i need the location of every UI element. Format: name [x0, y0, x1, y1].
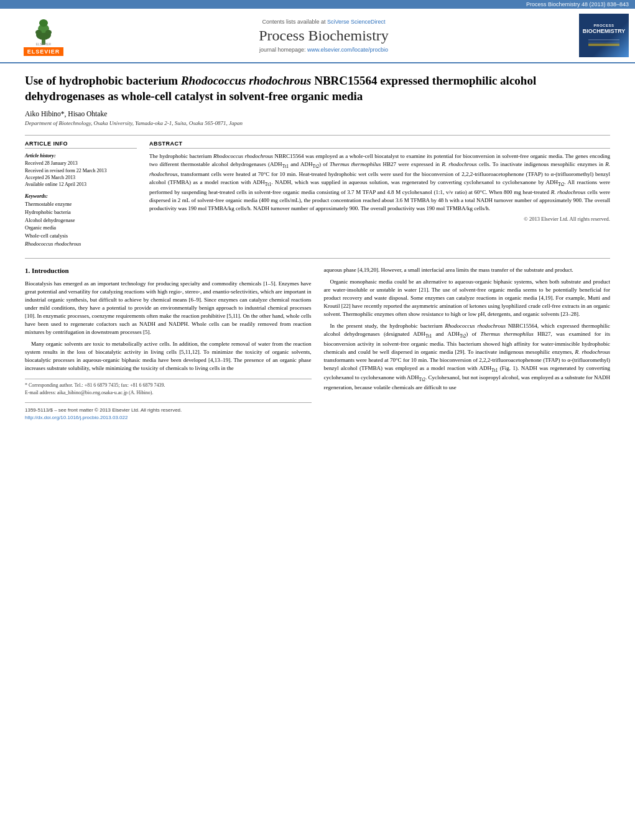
svg-point-3: [39, 19, 48, 27]
proc-biochem-logo: PROCESS BIOCHEMISTRY: [579, 14, 629, 57]
elsevier-label: ELSEVIER: [24, 47, 64, 56]
kw-5: Whole-cell catalysis: [25, 232, 137, 240]
history-label: Article history:: [25, 152, 137, 160]
svg-rect-9: [588, 44, 619, 46]
journal-ref-bar: Process Biochemistry 48 (2013) 838–843: [0, 0, 635, 9]
bottom-bar: 1359-5113/$ – see front matter © 2013 El…: [25, 402, 312, 421]
intro-para-1: Biocatalysis has emerged as an important…: [25, 280, 312, 336]
issn-text: 1359-5113/$ – see front matter © 2013 El…: [25, 407, 312, 414]
article-content: Use of hydrophobic bacterium Rhodococcus…: [0, 63, 635, 431]
journal-ref: Process Biochemistry 48 (2013) 838–843: [526, 1, 629, 7]
svg-point-5: [45, 30, 52, 35]
homepage-link[interactable]: www.elsevier.com/locate/procbio: [307, 47, 388, 53]
authors: Aiko Hibino*, Hisao Ohtake: [25, 110, 610, 118]
copyright: © 2013 Elsevier Ltd. All rights reserved…: [149, 215, 610, 223]
doi-link[interactable]: http://dx.doi.org/10.1016/j.procbio.2013…: [25, 415, 127, 420]
elsevier-logo: ELSEVIER ELSEVIER: [6, 15, 81, 56]
abstract-col: ABSTRACT The hydrophobic bacterium Rhodo…: [149, 141, 610, 247]
kw-1: Thermostable enzyme: [25, 200, 137, 208]
proc-biochem-logo-area: PROCESS BIOCHEMISTRY: [567, 14, 629, 57]
body-col-right: aqueous phase [4,19,20]. However, a smal…: [324, 266, 611, 422]
intro-para-2: Many organic solvents are toxic to metab…: [25, 340, 312, 372]
journal-homepage: journal homepage: www.elsevier.com/locat…: [81, 47, 567, 53]
abstract-text: The hydrophobic bacterium Rhodococcus rh…: [149, 152, 610, 223]
body-col-left: 1. Introduction Biocatalysis has emerged…: [25, 266, 312, 422]
logo-top-text: PROCESS: [594, 24, 614, 27]
kw-6: Rhodococcus rhodochrous: [25, 240, 137, 248]
intro-para-4: Organic monophasic media could be an alt…: [324, 278, 611, 318]
article-history-group: Article history: Received 28 January 201…: [25, 152, 137, 188]
keywords-block: Keywords: Thermostable enzyme Hydrophobi…: [25, 193, 137, 248]
footnote-area: * Corresponding author. Tel.: +81 6 6879…: [25, 379, 312, 396]
article-info-block: Article history: Received 28 January 201…: [25, 152, 137, 188]
keywords-label: Keywords:: [25, 193, 137, 199]
article-title: Use of hydrophobic bacterium Rhodococcus…: [25, 73, 610, 104]
elsevier-logo-area: ELSEVIER ELSEVIER: [6, 15, 81, 56]
intro-para-5: In the present study, the hydrophobic ba…: [324, 322, 611, 392]
intro-para-3: aqueous phase [4,19,20]. However, a smal…: [324, 266, 611, 274]
sciverse-link-text: Contents lists available at SciVerse Sci…: [81, 19, 567, 25]
logo-decoration-icon: [585, 35, 623, 47]
elsevier-tree-icon: ELSEVIER: [25, 15, 62, 46]
svg-text:ELSEVIER: ELSEVIER: [36, 42, 52, 46]
divider-1: [25, 135, 610, 136]
info-abstract-section: ARTICLE INFO Article history: Received 2…: [25, 141, 610, 247]
logo-main-text: BIOCHEMISTRY: [583, 29, 626, 35]
kw-2: Hydrophobic bacteria: [25, 208, 137, 216]
intro-heading: 1. Introduction: [25, 266, 312, 276]
affiliation: Department of Biotechnology, Osaka Unive…: [25, 120, 610, 126]
received-date: Received 28 January 2013: [25, 160, 137, 167]
online-date: Available online 12 April 2013: [25, 181, 137, 188]
kw-4: Organic media: [25, 224, 137, 232]
body-two-col: 1. Introduction Biocatalysis has emerged…: [25, 266, 610, 422]
kw-3: Alcohol dehydrogenase: [25, 216, 137, 224]
corresponding-author-note: * Corresponding author. Tel.: +81 6 6879…: [25, 382, 312, 389]
email-note: E-mail address: aika_hibino@bio.eng.osak…: [25, 389, 312, 397]
journal-title-area: Contents lists available at SciVerse Sci…: [81, 19, 567, 53]
article-info-label: ARTICLE INFO: [25, 141, 137, 149]
svg-point-4: [35, 30, 42, 35]
body-content: 1. Introduction Biocatalysis has emerged…: [25, 258, 610, 422]
abstract-label: ABSTRACT: [149, 141, 610, 149]
sciverse-link[interactable]: SciVerse ScienceDirect: [327, 19, 386, 25]
revised-date: Received in revised form 22 March 2013: [25, 167, 137, 174]
accepted-date: Accepted 26 March 2013: [25, 174, 137, 181]
article-info-col: ARTICLE INFO Article history: Received 2…: [25, 141, 137, 247]
journal-title: Process Biochemistry: [81, 27, 567, 44]
journal-header: ELSEVIER ELSEVIER Contents lists availab…: [0, 9, 635, 63]
